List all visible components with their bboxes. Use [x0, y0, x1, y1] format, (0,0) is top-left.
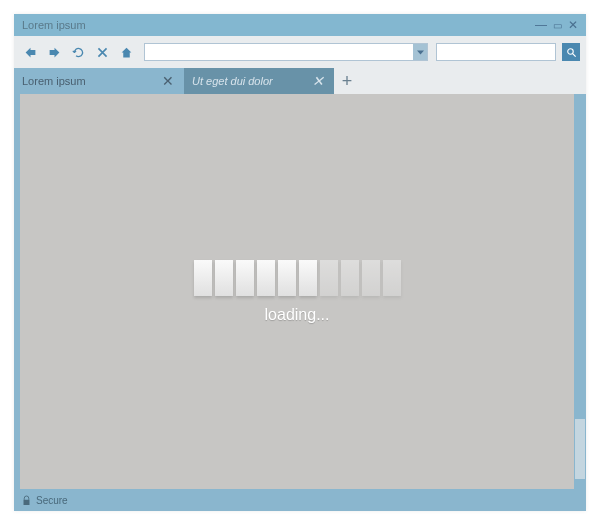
address-dropdown[interactable]: [413, 44, 427, 60]
content-area: loading...: [14, 94, 586, 489]
browser-window: Lorem ipsum — ▭ ✕: [14, 14, 586, 511]
loading-bar: [362, 260, 380, 296]
new-tab-button[interactable]: +: [334, 68, 360, 94]
maximize-button[interactable]: ▭: [553, 20, 562, 31]
loading-bar: [320, 260, 338, 296]
scrollbar[interactable]: [574, 94, 586, 489]
loading-bar: [194, 260, 212, 296]
window-controls: — ▭ ✕: [535, 18, 578, 32]
search-bar: [436, 43, 556, 61]
tab-active[interactable]: Lorem ipsum ✕: [14, 68, 184, 94]
status-bar: Secure: [14, 489, 586, 511]
svg-rect-2: [24, 499, 30, 504]
chevron-down-icon: [417, 50, 424, 55]
plus-icon: +: [342, 71, 353, 92]
loading-bar: [383, 260, 401, 296]
x-icon: [96, 46, 109, 59]
loading-bar: [299, 260, 317, 296]
search-icon: [566, 47, 577, 58]
close-button[interactable]: ✕: [568, 18, 578, 32]
loading-text: loading...: [265, 306, 330, 324]
address-bar: [144, 43, 428, 61]
home-button[interactable]: [116, 42, 136, 62]
address-input[interactable]: [145, 47, 413, 58]
back-button[interactable]: [20, 42, 40, 62]
toolbar: [14, 36, 586, 68]
loading-bar: [341, 260, 359, 296]
tab-label: Ut eget dui dolor: [192, 75, 310, 87]
tab-bar: Lorem ipsum ✕ Ut eget dui dolor ✕ +: [14, 68, 586, 94]
home-icon: [120, 46, 133, 59]
tab-label: Lorem ipsum: [22, 75, 160, 87]
loading-bar: [278, 260, 296, 296]
refresh-icon: [72, 46, 85, 59]
arrow-left-icon: [24, 46, 37, 59]
loading-indicator: [194, 260, 401, 296]
forward-button[interactable]: [44, 42, 64, 62]
tab-close-button[interactable]: ✕: [310, 73, 326, 89]
search-button[interactable]: [562, 43, 580, 61]
loading-bar: [257, 260, 275, 296]
page-content: loading...: [20, 94, 574, 489]
stop-button[interactable]: [92, 42, 112, 62]
minimize-button[interactable]: —: [535, 18, 547, 32]
svg-line-1: [572, 53, 575, 56]
arrow-right-icon: [48, 46, 61, 59]
titlebar: Lorem ipsum — ▭ ✕: [14, 14, 586, 36]
tab-inactive[interactable]: Ut eget dui dolor ✕: [184, 68, 334, 94]
tab-close-button[interactable]: ✕: [160, 73, 176, 89]
refresh-button[interactable]: [68, 42, 88, 62]
window-title: Lorem ipsum: [22, 19, 535, 31]
lock-icon: [22, 495, 31, 506]
loading-bar: [236, 260, 254, 296]
loading-bar: [215, 260, 233, 296]
status-text: Secure: [36, 495, 68, 506]
svg-point-0: [567, 48, 573, 54]
search-input[interactable]: [437, 47, 572, 58]
scrollbar-thumb[interactable]: [575, 419, 585, 479]
